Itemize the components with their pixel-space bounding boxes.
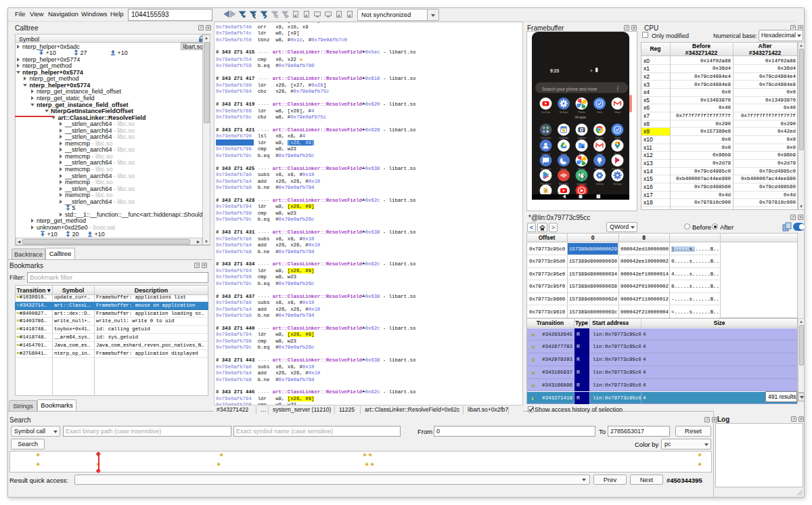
svg-text:Chrome: Chrome xyxy=(595,137,604,139)
svg-text:Calculator: Calculator xyxy=(541,137,551,139)
svg-text:Gallery: Gallery xyxy=(596,183,604,185)
svg-text:Settings: Settings xyxy=(560,111,568,114)
svg-text:Gmail: Gmail xyxy=(614,111,621,114)
svg-text:9:23: 9:23 xyxy=(550,68,559,73)
svg-text:Calendar: Calendar xyxy=(559,137,569,139)
svg-text:YouTube: YouTube xyxy=(541,111,550,114)
svg-text:+: + xyxy=(590,68,593,73)
svg-text:Photos: Photos xyxy=(578,111,585,114)
svg-text:All apps: All apps xyxy=(575,116,587,119)
svg-text:Clock: Clock xyxy=(614,137,621,139)
svg-text:Camera: Camera xyxy=(577,137,585,139)
svg-text:Clock: Clock xyxy=(597,111,603,114)
svg-text:Search your phone and more: Search your phone and more xyxy=(542,87,597,92)
svg-text:Settings: Settings xyxy=(613,183,622,185)
